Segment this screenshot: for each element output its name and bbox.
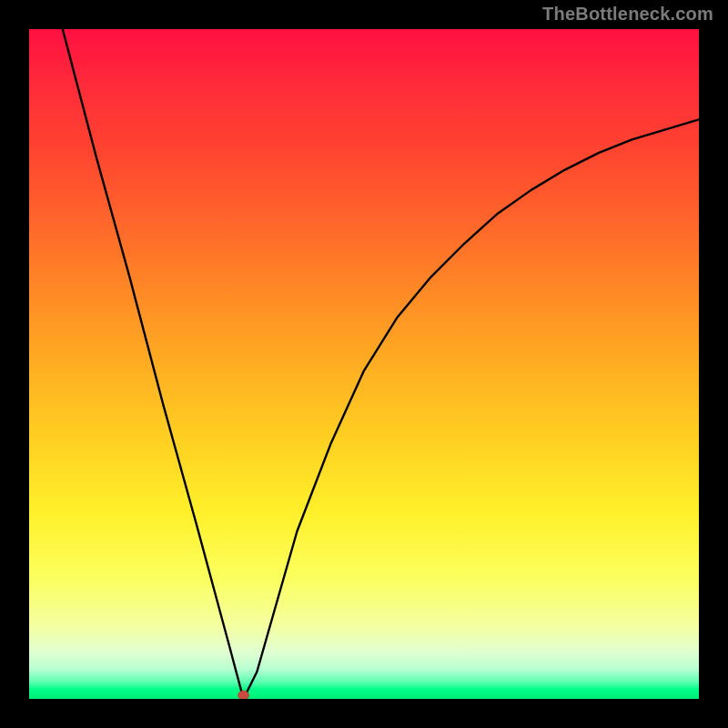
- curve-svg: [29, 29, 699, 699]
- watermark-text: TheBottleneck.com: [542, 4, 713, 25]
- minimum-marker: [238, 691, 249, 699]
- plot-area: [29, 29, 699, 699]
- left-branch-curve: [63, 29, 244, 699]
- chart-frame: TheBottleneck.com: [0, 0, 728, 728]
- right-branch-curve: [244, 119, 699, 699]
